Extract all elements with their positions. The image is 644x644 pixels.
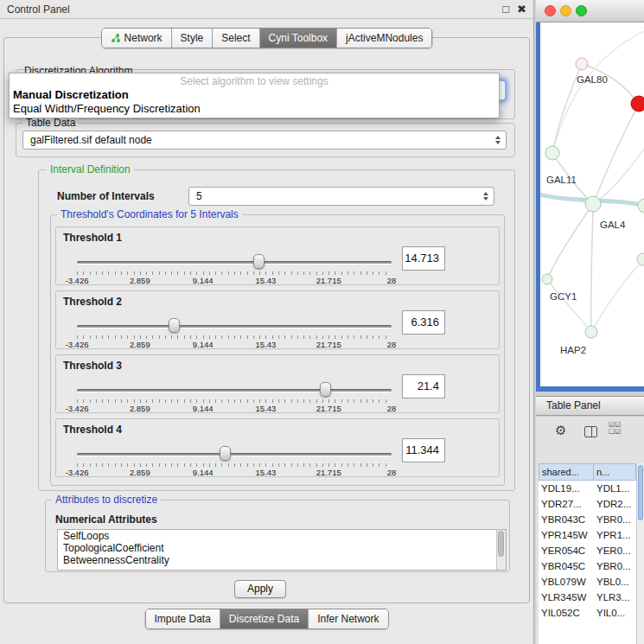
list-item-selfloops[interactable]: SelfLoops	[58, 530, 506, 542]
tab-discretize-data[interactable]: Discretize Data	[220, 609, 308, 628]
table-row[interactable]: YDL19...YDL1...	[539, 481, 636, 496]
tick-label: 2.859	[130, 340, 150, 349]
cell[interactable]: YER054C	[539, 543, 594, 558]
cell[interactable]: YPR1...	[594, 527, 636, 543]
cell[interactable]: YLR3...	[594, 590, 636, 605]
threshold-1-slider[interactable]: -3.426 2.859 9.144 15.43 21.715 28	[77, 253, 392, 284]
close-traffic-light[interactable]	[545, 5, 556, 16]
column-header-shared-name[interactable]: shared...	[539, 463, 594, 481]
tick-label: 9.144	[193, 404, 214, 413]
network-node[interactable]	[637, 253, 644, 265]
network-edge	[547, 204, 593, 279]
tab-infer-network[interactable]: Infer Network	[308, 609, 387, 628]
slider-handle[interactable]	[220, 446, 231, 461]
cell[interactable]: YPR145W	[539, 527, 594, 543]
dropdown-option-equal-width-frequency[interactable]: Equal Width/Frequency Discretization	[13, 102, 201, 115]
cell[interactable]: YIL0...	[594, 605, 636, 621]
list-scrollbar[interactable]	[496, 530, 506, 570]
cell[interactable]: YBR043C	[539, 512, 594, 527]
number-of-intervals-spinner[interactable]: 5	[188, 187, 494, 206]
table-row[interactable]: YDR27...YDR2...	[539, 496, 636, 512]
combo-stepper-icon[interactable]	[493, 134, 502, 146]
cell[interactable]: YBR045C	[539, 558, 594, 574]
slider-track[interactable]	[77, 325, 392, 328]
zoom-traffic-light[interactable]	[576, 5, 587, 16]
slider-handle[interactable]	[253, 254, 265, 269]
network-node[interactable]	[638, 199, 644, 213]
minimize-icon[interactable]: □	[502, 0, 509, 19]
table-row[interactable]: YBR043CYBR0...	[539, 512, 636, 527]
network-node-selected[interactable]	[631, 96, 644, 112]
cell[interactable]: YBR0...	[594, 558, 636, 574]
table-scrollbar-thumb[interactable]	[638, 465, 643, 520]
cell[interactable]: YBL079W	[539, 574, 594, 590]
table-row[interactable]: YBL079WYBL0...	[539, 574, 636, 590]
tick-label: 28	[387, 340, 397, 349]
network-node[interactable]	[585, 196, 601, 212]
slider-tick-marks	[77, 271, 392, 275]
table-row[interactable]: YIL052CYIL0...	[539, 605, 636, 621]
node-label-gcy1: GCY1	[550, 291, 577, 302]
table-row[interactable]: YPR145WYPR1...	[539, 527, 636, 543]
threshold-3-label: Threshold 3	[63, 360, 122, 372]
column-header-name[interactable]: n...	[594, 463, 636, 481]
gear-icon[interactable]: ⚙	[555, 423, 566, 438]
dropdown-option-manual-discretization[interactable]: Manual Discretization	[13, 88, 129, 101]
table-panel-titlebar[interactable]: Table Panel	[536, 396, 644, 416]
threshold-3-value-field[interactable]: 21.4	[402, 374, 445, 399]
table-row[interactable]: YBR045CYBR0...	[539, 558, 636, 574]
tab-style[interactable]: Style	[171, 29, 213, 48]
cell[interactable]: YLR345W	[539, 590, 594, 605]
cell[interactable]: YDL1...	[594, 481, 636, 496]
network-node[interactable]	[585, 326, 597, 338]
cell[interactable]: YDR2...	[594, 496, 636, 512]
list-item-topologicalcoefficient[interactable]: TopologicalCoefficient	[58, 542, 506, 554]
numerical-attributes-list[interactable]: SelfLoops TopologicalCoefficient Between…	[57, 529, 507, 571]
cell[interactable]: YDR27...	[539, 496, 594, 512]
list-item-betweennesscentrality[interactable]: BetweennessCentrality	[58, 554, 506, 566]
algorithm-dropdown-popup: Select algorithm to view settings Manual…	[9, 73, 500, 118]
cell[interactable]: YER0...	[594, 543, 636, 558]
columns-icon[interactable]	[584, 426, 597, 437]
cell[interactable]: YBR0...	[594, 512, 636, 527]
network-node[interactable]	[542, 274, 552, 284]
screen: Control Panel □ ✖ Network Style Select C…	[0, 0, 644, 644]
list-scrollbar-thumb[interactable]	[498, 531, 504, 557]
threshold-2-slider[interactable]: -3.426 2.859 9.144 15.43 21.715 28	[77, 317, 392, 348]
threshold-4-value-field[interactable]: 11.344	[402, 438, 445, 462]
apply-button[interactable]: Apply	[234, 580, 286, 598]
network-node[interactable]	[545, 146, 559, 160]
threshold-1-value-field[interactable]: 14.713	[402, 246, 445, 271]
table-data-combobox[interactable]: galFiltered.sif default node	[22, 131, 507, 150]
tab-cyni-toolbox[interactable]: Cyni Toolbox	[259, 29, 336, 48]
table-scrollbar[interactable]	[636, 463, 644, 644]
table-row[interactable]: YER054CYER0...	[539, 543, 636, 558]
cell[interactable]: YBL0...	[594, 574, 636, 590]
network-edge	[547, 279, 591, 332]
threshold-2-value-field[interactable]: 6.316	[402, 310, 445, 335]
table-row[interactable]: YLR345WYLR3...	[539, 590, 636, 605]
slider-track[interactable]	[77, 389, 392, 392]
slider-handle[interactable]	[169, 318, 180, 333]
slider-track[interactable]	[77, 261, 392, 264]
node-attribute-table: shared... n... YDL19...YDL1... YDR27...Y…	[539, 463, 636, 644]
cell[interactable]: YIL052C	[539, 605, 594, 621]
select-columns-icon[interactable]: ☑☑☐☑	[609, 422, 621, 436]
threshold-4-slider[interactable]: -3.426 2.859 9.144 15.43 21.715 28	[77, 445, 392, 476]
network-canvas[interactable]: GAL80 GAL11 GAL4 GCY1 HAP2	[540, 22, 644, 386]
spinner-stepper-icon[interactable]	[481, 190, 490, 202]
tab-network[interactable]: Network	[102, 29, 171, 48]
slider-track[interactable]	[77, 453, 392, 456]
network-node[interactable]	[576, 58, 588, 70]
slider-tick-marks	[77, 463, 392, 467]
tick-label: 21.715	[316, 404, 341, 413]
tick-label: -3.426	[66, 276, 89, 285]
tab-select[interactable]: Select	[212, 29, 258, 48]
minimize-traffic-light[interactable]	[560, 5, 571, 16]
cell[interactable]: YDL19...	[539, 481, 594, 496]
close-icon[interactable]: ✖	[517, 0, 526, 19]
threshold-3-slider[interactable]: -3.426 2.859 9.144 15.43 21.715 28	[77, 381, 392, 412]
slider-handle[interactable]	[320, 382, 331, 397]
tab-impute-data[interactable]: Impute Data	[145, 609, 219, 628]
tab-jactivemnodules[interactable]: jActiveMNodules	[336, 29, 431, 48]
